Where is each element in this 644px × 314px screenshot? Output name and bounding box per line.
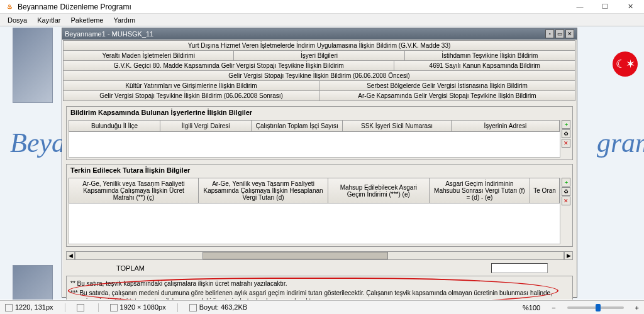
zoom-knob[interactable] <box>596 304 601 311</box>
grid2-rows[interactable] <box>69 203 560 244</box>
delete-row-button[interactable]: ✕ <box>562 139 570 148</box>
grid-terkin: Ar-Ge, Yenilik veya Tasarım Faaliyeti Ka… <box>69 178 560 244</box>
tab-gvk-gecici80[interactable]: G.V.K. Geçici 80. Madde Kapsamında Gelir… <box>63 60 394 71</box>
edit-row-button-2[interactable]: ♻ <box>562 187 570 196</box>
inner-max-button[interactable]: ▭ <box>555 30 564 38</box>
totals-label: TOPLAM <box>116 264 145 272</box>
disk-icon <box>189 304 197 311</box>
statusbar: 1220, 131px 1920 × 1080px Boyut: 463,2KB… <box>0 300 644 314</box>
status-size: Boyut: 463,2KB <box>189 303 247 311</box>
totals-field <box>491 263 548 273</box>
mdi-desktop: ☾✶ Beya gramı Beyanname1 - MUHSGK_11 ▫ ▭… <box>0 26 644 300</box>
menu-dosya[interactable]: Dosya <box>3 15 32 25</box>
col-isci-sayisi[interactable]: Çalıştırılan Toplam İşçi Sayısı <box>251 120 343 132</box>
menubar: Dosya Kayıtlar Paketleme Yardım <box>0 14 644 26</box>
hscrollbar[interactable]: ◀ ▶ <box>66 251 573 261</box>
bg-building-icon <box>13 265 53 300</box>
tab-yurt-disina[interactable]: Yurt Dışına Hizmet Veren İşletmelerde İn… <box>63 40 575 51</box>
status-dims: 1920 × 1080px <box>110 303 166 311</box>
scroll-track[interactable] <box>75 251 564 260</box>
section-terkin: Terkin Edilecek Tutara İlişkin Bilgiler … <box>66 164 573 247</box>
tab-serbest-bolge[interactable]: Serbest Bölgelerde Gelir Vergisi İstisna… <box>319 80 575 91</box>
status-coords: 1220, 131px <box>5 303 53 311</box>
tab-gvs-sonrasi[interactable]: Gelir Vergisi Stopajı Teşvikine İlişkin … <box>63 90 319 101</box>
col-ssk-sicil[interactable]: SSK İşyeri Sicil Numarası <box>342 120 451 132</box>
inner-window: Beyanname1 - MUHSGK_11 ▫ ▭ ✕ Yurt Dışına… <box>62 28 577 298</box>
scroll-right-button[interactable]: ▶ <box>564 251 573 260</box>
status-zoom: %100 <box>523 304 540 311</box>
menu-kayitlar[interactable]: Kayıtlar <box>32 15 65 25</box>
close-button[interactable]: ✕ <box>621 2 639 12</box>
section2-title: Terkin Edilecek Tutara İlişkin Bilgiler <box>67 165 572 176</box>
tab-gvs-oncesi[interactable]: Gelir Vergisi Stopajı Teşvikine İlişkin … <box>63 70 575 81</box>
titlebar: ♨ Beyanname Düzenleme Programı — ☐ ✕ <box>0 0 644 14</box>
scroll-thumb[interactable] <box>203 252 388 259</box>
tab-istihdam[interactable]: İstihdamın Teşvikine İlişkin Bildirim <box>404 50 575 61</box>
grid1-rows[interactable] <box>69 132 560 157</box>
delete-row-button-2[interactable]: ✕ <box>562 197 570 205</box>
section-isyerleri: Bildirim Kapsamında Bulunan İşyerlerine … <box>66 106 573 160</box>
section1-title: Bildirim Kapsamında Bulunan İşyerlerine … <box>67 107 572 118</box>
java-icon: ♨ <box>5 3 14 11</box>
col-asgari-gecim[interactable]: Mahsup Edilebilecek Asgari Geçim İndirim… <box>328 178 430 203</box>
totals-row: TOPLAM <box>66 263 573 273</box>
tab-yeralti[interactable]: Yeraltı Maden İşletmeleri Bildirimi <box>63 50 234 61</box>
bg-watermark-right: gramı <box>597 127 644 159</box>
col-mahsup-sonrasi[interactable]: Asgari Geçim İndiriminin Mahsubu Sonrası… <box>429 178 531 203</box>
col-vergi-tutari[interactable]: Ar-Ge, Yenilik veya Tasarım Faaliyeti Ka… <box>198 178 328 203</box>
menu-paketleme[interactable]: Paketleme <box>65 15 108 25</box>
grid-isyerleri: Bulunduğu İl İlçe İlgili Vergi Dairesi Ç… <box>69 120 560 158</box>
footnotes: ** Bu satıra, teşvik kapsamındaki çalışm… <box>66 276 573 300</box>
tab-arge[interactable]: Ar-Ge Kapsamında Gelir Vergisi Stopajı T… <box>319 90 575 101</box>
zoom-out-button[interactable]: − <box>552 304 555 311</box>
inner-titlebar[interactable]: Beyanname1 - MUHSGK_11 ▫ ▭ ✕ <box>62 28 577 40</box>
bg-watermark-left: Beya <box>10 127 65 159</box>
add-row-button[interactable]: ＋ <box>562 120 570 129</box>
menu-yardim[interactable]: Yardım <box>108 15 140 25</box>
bg-flag-icon: ☾✶ <box>613 51 638 77</box>
col-ucret-matrah[interactable]: Ar-Ge, Yenilik veya Tasarım Faaliyeti Ka… <box>69 178 199 203</box>
tabstrip: Yurt Dışına Hizmet Veren İşletmelerde İn… <box>62 40 577 102</box>
bg-building-icon <box>13 28 53 103</box>
tab-isyeri-bilgileri[interactable]: İşyeri Bilgileri <box>233 50 404 61</box>
col-adres[interactable]: İşyerinin Adresi <box>451 120 560 132</box>
minimize-button[interactable]: — <box>571 2 589 12</box>
crosshair-icon <box>5 304 13 311</box>
footnote-2: *** Bu satırda, çalışanın medeni durumun… <box>70 289 569 300</box>
status-selection <box>77 303 87 311</box>
footnote-1: ** Bu satıra, teşvik kapsamındaki çalışm… <box>70 279 569 288</box>
inner-close-button[interactable]: ✕ <box>565 30 574 38</box>
tab-kultur[interactable]: Kültür Yatırımları ve Girişimlerine İliş… <box>63 80 319 91</box>
col-il-ilce[interactable]: Bulunduğu İl İlçe <box>69 120 160 132</box>
window-title: Beyanname Düzenleme Programı <box>18 3 131 11</box>
zoom-slider[interactable] <box>567 306 624 309</box>
scroll-left-button[interactable]: ◀ <box>66 251 75 260</box>
col-te-oran[interactable]: Te Oran <box>530 178 560 203</box>
selection-icon <box>77 304 84 311</box>
add-row-button-2[interactable]: ＋ <box>562 178 570 187</box>
tab-4691[interactable]: 4691 Sayılı Kanun Kapsamında Bildirim <box>394 60 575 71</box>
inner-window-title: Beyanname1 - MUHSGK_11 <box>65 30 153 38</box>
zoom-in-button[interactable]: + <box>635 304 639 311</box>
maximize-button[interactable]: ☐ <box>596 2 614 12</box>
dimensions-icon <box>110 304 118 311</box>
edit-row-button[interactable]: ♻ <box>562 129 570 138</box>
inner-min-button[interactable]: ▫ <box>545 30 554 38</box>
col-vergi-dairesi[interactable]: İlgili Vergi Dairesi <box>160 120 252 132</box>
